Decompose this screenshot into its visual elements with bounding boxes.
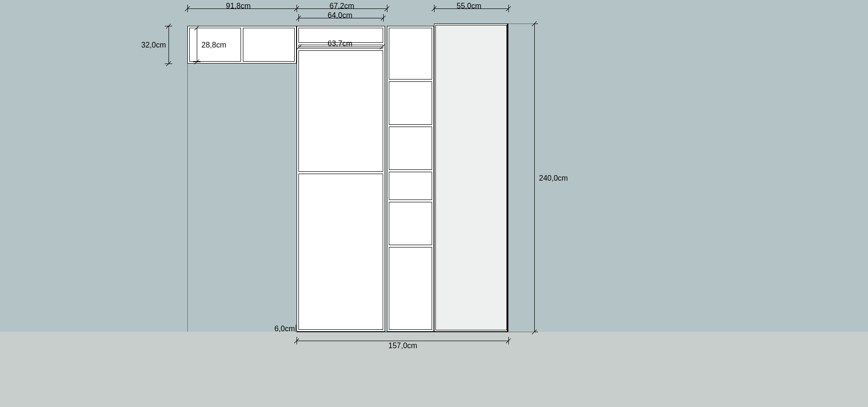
dim-tick bbox=[165, 64, 172, 64]
wardrobe-left-lower-space bbox=[298, 174, 383, 330]
dim-line-bottom bbox=[297, 341, 508, 341]
wardrobe-right-edge bbox=[507, 24, 508, 332]
ground-plane bbox=[0, 332, 868, 407]
dim-label-plinth: 6,0cm bbox=[274, 325, 295, 333]
shelf-3 bbox=[389, 127, 432, 170]
dim-label-top-left: 91,8cm bbox=[226, 2, 250, 10]
dim-label-left-inner: 28,8cm bbox=[201, 41, 226, 49]
wardrobe-right-door bbox=[435, 25, 507, 330]
top-shelf-compartment-2 bbox=[243, 28, 295, 62]
dim-tick bbox=[434, 5, 434, 12]
shelf-6 bbox=[389, 247, 432, 330]
shelf-2 bbox=[389, 81, 432, 125]
dim-tick bbox=[297, 337, 297, 344]
dim-line-left-outer bbox=[169, 26, 169, 64]
dim-tick bbox=[387, 5, 387, 12]
extension-line bbox=[508, 332, 534, 332]
drawing-canvas: 91,8cm 67,2cm 64,0cm 63,7cm 55,0cm 32,0c… bbox=[0, 0, 868, 407]
dim-label-shelf-inner: 64,0cm bbox=[328, 11, 352, 20]
dim-tick bbox=[165, 26, 172, 26]
dim-label-rail: 63,7cm bbox=[328, 40, 352, 48]
wardrobe-left-upper-space bbox=[298, 50, 383, 172]
shelf-4 bbox=[389, 172, 432, 200]
dim-tick bbox=[298, 14, 299, 22]
shelf-1 bbox=[389, 28, 432, 80]
dim-line-total-height bbox=[534, 24, 535, 332]
dim-tick bbox=[383, 14, 384, 22]
dim-tick bbox=[508, 5, 509, 12]
extension-line bbox=[508, 24, 534, 24]
dim-label-bottom: 157,0cm bbox=[388, 342, 417, 350]
extension-line-left bbox=[187, 64, 188, 332]
dim-label-left-outer: 32,0cm bbox=[141, 41, 166, 49]
dim-tick bbox=[296, 325, 296, 332]
dim-label-total-height: 240,0cm bbox=[539, 174, 568, 183]
dim-tick bbox=[193, 62, 201, 62]
dim-line-left-inner bbox=[197, 28, 197, 62]
dim-tick bbox=[193, 28, 201, 28]
dim-tick bbox=[187, 5, 188, 12]
dim-label-top-mid: 67,2cm bbox=[330, 2, 354, 10]
dim-label-top-right: 55,0cm bbox=[457, 2, 481, 10]
floor-line bbox=[297, 332, 508, 332]
dim-tick bbox=[508, 337, 509, 344]
shelf-5 bbox=[389, 202, 432, 245]
